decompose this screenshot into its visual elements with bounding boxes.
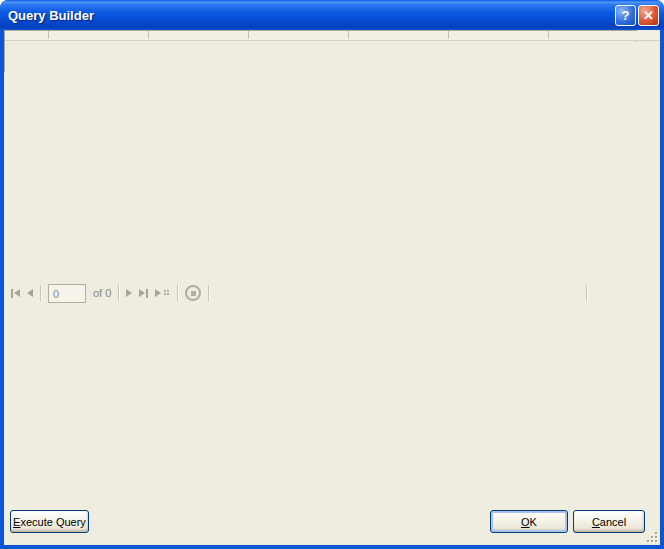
results-pane: of 0 bbox=[4, 30, 637, 72]
separator bbox=[586, 285, 587, 301]
separator bbox=[177, 285, 178, 301]
results-header-strip bbox=[5, 31, 659, 41]
previous-record-button[interactable] bbox=[27, 289, 33, 297]
ok-button[interactable]: OK bbox=[490, 510, 568, 533]
help-button[interactable]: ? bbox=[615, 5, 636, 26]
separator bbox=[118, 285, 119, 301]
query-builder-dialog: Query Builder ? ✕ Products * (All Column… bbox=[0, 0, 664, 549]
execute-query-button[interactable]: Execute Query bbox=[10, 510, 89, 533]
window-title: Query Builder bbox=[8, 8, 613, 23]
stop-icon[interactable] bbox=[185, 285, 201, 301]
first-record-button[interactable] bbox=[11, 289, 20, 298]
close-icon: ✕ bbox=[643, 9, 654, 22]
record-position-input[interactable] bbox=[48, 284, 86, 303]
record-navigator: of 0 bbox=[5, 42, 659, 544]
help-icon: ? bbox=[622, 9, 630, 22]
resize-grip[interactable] bbox=[644, 529, 658, 543]
new-record-button[interactable] bbox=[155, 289, 170, 297]
dialog-client-area: Products * (All Columns) ProductID bbox=[4, 30, 660, 545]
titlebar[interactable]: Query Builder ? ✕ bbox=[0, 0, 664, 30]
separator bbox=[208, 285, 209, 301]
last-record-button[interactable] bbox=[139, 289, 148, 298]
separator bbox=[40, 285, 41, 301]
close-button[interactable]: ✕ bbox=[638, 5, 659, 26]
cancel-button[interactable]: Cancel bbox=[573, 510, 645, 533]
record-count-label: of 0 bbox=[93, 287, 111, 299]
next-record-button[interactable] bbox=[126, 289, 132, 297]
